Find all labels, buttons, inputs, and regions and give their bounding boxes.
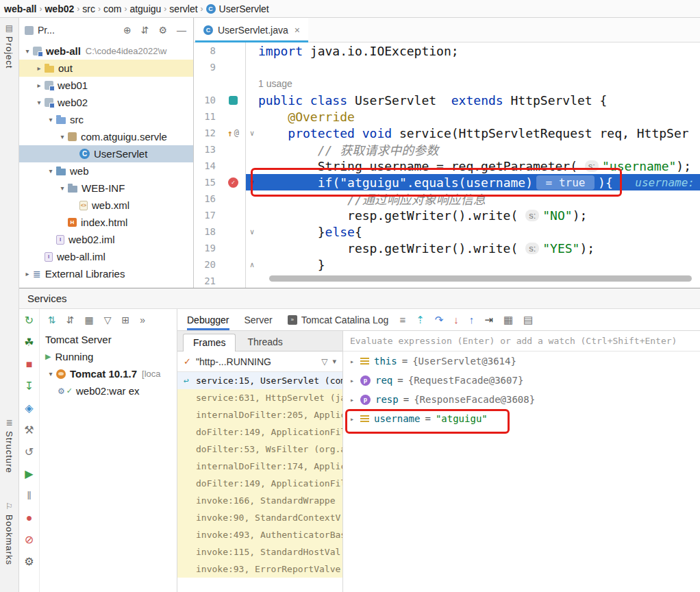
services-item-web02-war-ex[interactable]: ⚙✓web02:war ex: [40, 382, 177, 399]
tree-chevron-icon[interactable]: ▸: [34, 64, 45, 72]
editor-tab-userservlet[interactable]: C UserServlet.java ×: [195, 18, 308, 42]
pause-icon[interactable]: ‖: [27, 490, 32, 502]
code-line-11[interactable]: 11 @Override: [194, 108, 700, 125]
variable-row-this[interactable]: ▸this = {UserServlet@3614}: [343, 352, 700, 371]
stack-frame[interactable]: service:631, HttpServlet (jaka: [177, 389, 342, 406]
restore-layout-icon[interactable]: ▤: [523, 314, 533, 326]
code-line-content[interactable]: resp.getWriter().write( s:"YES");: [246, 240, 700, 256]
stack-frame[interactable]: invoke:166, StandardWrappe: [177, 492, 342, 509]
code-line-inlay[interactable]: 1 usage: [194, 75, 700, 92]
tree-chevron-icon[interactable]: ▾: [34, 99, 45, 106]
code-line-content[interactable]: // 获取请求中的参数: [246, 141, 700, 158]
tree-item-web01[interactable]: ▸web01: [19, 77, 193, 94]
tree-item-web-inf[interactable]: ▾WEB-INF: [19, 180, 193, 197]
tree-chevron-icon[interactable]: ▸: [22, 270, 33, 278]
close-icon[interactable]: ×: [295, 25, 300, 36]
tree-item-web[interactable]: ▾web: [19, 162, 193, 180]
stack-frame[interactable]: doFilter:149, ApplicationFilte: [177, 475, 342, 492]
stack-frame[interactable]: doFilter:53, WsFilter (org.apa: [177, 441, 342, 458]
tree-chevron-icon[interactable]: ▾: [57, 133, 68, 140]
tree-item-userservlet[interactable]: CUserServlet: [19, 145, 193, 162]
breadcrumb-item-com[interactable]: com: [103, 3, 121, 14]
filter-icon[interactable]: ▽: [104, 314, 112, 325]
fold-icon[interactable]: ∨: [246, 178, 258, 187]
soft-wrap-icon[interactable]: ≡: [399, 314, 405, 326]
debug-icon[interactable]: ☘: [24, 336, 34, 349]
variable-row-req[interactable]: ▸preq = {RequestFacade@3607}: [343, 371, 700, 390]
tab-frames[interactable]: Frames: [183, 334, 236, 352]
rerun-icon[interactable]: ↻: [25, 314, 34, 327]
code-line-8[interactable]: 8import java.io.IOException;: [194, 42, 700, 59]
wrench-icon[interactable]: ⚒: [24, 424, 34, 436]
step-into-icon[interactable]: ↓: [453, 314, 459, 326]
code-line-content[interactable]: ∨ protected void service(HttpServletRequ…: [246, 125, 700, 141]
fold-icon[interactable]: ∨: [246, 227, 258, 236]
tree-chevron-icon[interactable]: ▾: [57, 184, 68, 192]
evaluate-expression-bar[interactable]: Evaluate expression (Enter) or add a wat…: [343, 331, 700, 352]
expand-chevron-icon[interactable]: ▸: [349, 377, 355, 384]
view-breakpoints-icon[interactable]: ▦: [503, 314, 513, 326]
code-line-16[interactable]: 16 //通过响应对象响应信息: [194, 190, 700, 207]
stack-frame[interactable]: ↩service:15, UserServlet (com.: [177, 372, 342, 389]
filter-icon[interactable]: ▽: [321, 357, 327, 367]
stack-frame[interactable]: internalDoFilter:205, Applicat: [177, 406, 342, 423]
stack-frame[interactable]: invoke:93, ErrorReportValve: [177, 560, 342, 578]
code-line-17[interactable]: 17 resp.getWriter().write( s:"NO");: [194, 207, 700, 223]
breadcrumb-item-userservlet[interactable]: CUserServlet: [206, 3, 269, 14]
stop-process-icon[interactable]: ●: [26, 512, 33, 524]
variable-row-resp[interactable]: ▸presp = {ResponseFacade@3608}: [343, 390, 700, 409]
refresh-icon[interactable]: ↺: [25, 446, 34, 458]
tree-item-out[interactable]: ▸out: [19, 60, 193, 77]
code-line-content[interactable]: 1 usage: [246, 75, 700, 92]
tree-item-web02-iml[interactable]: Iweb02.iml: [19, 231, 193, 248]
override-marker-icon[interactable]: ↑: [227, 128, 233, 138]
thread-selector[interactable]: ✓ "http-...RUNNING ▽ ▾: [177, 352, 342, 372]
tab-threads[interactable]: Threads: [238, 334, 292, 351]
tree-chevron-icon[interactable]: ▾: [45, 167, 56, 175]
services-config-icon[interactable]: ◈: [25, 402, 33, 415]
expand-chevron-icon[interactable]: ▸: [349, 358, 355, 365]
tree-item-external-libraries[interactable]: ▸≣External Libraries: [19, 265, 193, 282]
tree-item-web-all[interactable]: ▾web-allC:\code4idea2022\w: [19, 42, 193, 60]
tree-chevron-icon[interactable]: ▾: [45, 116, 56, 123]
code-line-10[interactable]: 10public class UserServlet extends HttpS…: [194, 92, 700, 108]
breadcrumb-item-src[interactable]: src: [82, 3, 95, 14]
step-over-icon[interactable]: ↷: [435, 314, 444, 326]
expand-chevron-icon[interactable]: ▸: [349, 415, 355, 423]
step-out-icon[interactable]: ↑: [469, 314, 475, 326]
code-line-content[interactable]: ∨ if("atguigu".equals(username) = true )…: [246, 174, 700, 190]
stop-icon[interactable]: ■: [26, 358, 33, 371]
stripe-button-bookmarks[interactable]: ⚐ Bookmarks: [0, 502, 18, 565]
code-line-15[interactable]: 15✓∨ if("atguigu".equals(username) = tru…: [194, 174, 700, 190]
tree-chevron-icon[interactable]: ▾: [22, 47, 33, 55]
resume-icon[interactable]: ▶: [25, 468, 33, 480]
horizontal-scrollbar[interactable]: [269, 275, 692, 282]
settings-gear-icon[interactable]: ⚙: [158, 25, 167, 36]
tab-tomcat-catalina-log[interactable]: »Tomcat Catalina Log: [288, 309, 389, 330]
tab-project[interactable]: Pr...: [25, 25, 55, 36]
variable-row-username[interactable]: ▸username = "atguigu": [343, 409, 700, 428]
group-by-icon[interactable]: ▦: [84, 314, 93, 325]
tree-item-web02[interactable]: ▾web02: [19, 94, 193, 111]
tab-debugger[interactable]: Debugger: [187, 309, 229, 330]
code-line-9[interactable]: 9: [194, 59, 700, 75]
stack-frame[interactable]: invoke:90, StandardContextV: [177, 509, 342, 526]
code-line-19[interactable]: 19 resp.getWriter().write( s:"YES");: [194, 240, 700, 256]
services-item-tomcat-server[interactable]: Tomcat Server: [40, 331, 177, 348]
settings-gear-icon[interactable]: ⚙: [24, 556, 34, 568]
tree-item-index-html[interactable]: Hindex.html: [19, 214, 193, 231]
code-line-content[interactable]: [246, 59, 700, 75]
code-line-content[interactable]: public class UserServlet extends HttpSer…: [246, 92, 700, 108]
usage-inlay[interactable]: 1 usage: [258, 78, 292, 89]
code-area[interactable]: 8import java.io.IOException;91 usage10pu…: [194, 42, 700, 288]
tree-item-src[interactable]: ▾src: [19, 111, 193, 128]
stripe-button-project[interactable]: ▤ Project: [0, 23, 18, 69]
breadcrumb-item-web02[interactable]: web02: [45, 3, 74, 14]
breadcrumb-item-servlet[interactable]: servlet: [169, 3, 197, 14]
code-line-content[interactable]: //通过响应对象响应信息: [246, 190, 700, 207]
expand-all-icon[interactable]: ⇅: [48, 314, 56, 325]
stack-frame[interactable]: doFilter:149, ApplicationFilte: [177, 423, 342, 441]
tree-chevron-icon[interactable]: ▾: [45, 370, 56, 378]
tab-server[interactable]: Server: [245, 309, 273, 330]
dropdown-caret-icon[interactable]: ▾: [332, 357, 336, 366]
